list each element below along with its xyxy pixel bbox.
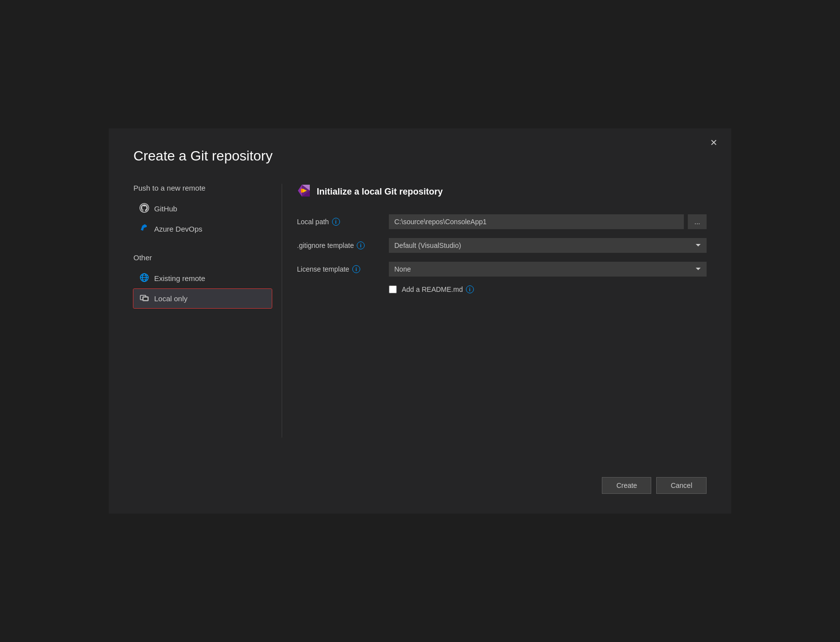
visual-studio-icon xyxy=(297,184,311,200)
gitignore-info-icon[interactable]: i xyxy=(357,241,365,249)
create-button[interactable]: Create xyxy=(602,477,651,494)
push-section-title: Push to a new remote xyxy=(133,184,272,192)
sidebar-item-github[interactable]: GitHub xyxy=(133,199,272,218)
readme-label[interactable]: Add a README.md i xyxy=(402,285,474,293)
local-path-row: Local path i ... xyxy=(297,214,707,229)
globe-icon xyxy=(139,273,149,284)
sidebar-item-azure-devops[interactable]: Azure DevOps xyxy=(133,219,272,239)
github-label: GitHub xyxy=(154,204,177,213)
license-control: None MIT Apache-2.0 xyxy=(389,262,707,277)
close-button[interactable]: ✕ xyxy=(706,136,721,149)
local-only-label: Local only xyxy=(154,294,188,303)
local-path-info-icon[interactable]: i xyxy=(332,218,340,226)
readme-checkbox[interactable] xyxy=(389,285,397,293)
other-section-title: Other xyxy=(133,253,272,262)
svg-rect-13 xyxy=(301,189,303,193)
license-info-icon[interactable]: i xyxy=(352,265,360,273)
content-panel: Initialize a local Git repository Local … xyxy=(282,184,707,438)
content-header: Initialize a local Git repository xyxy=(297,184,707,200)
gitignore-control: Default (VisualStudio) None Custom xyxy=(389,238,707,253)
sidebar-item-existing-remote[interactable]: Existing remote xyxy=(133,269,272,288)
create-git-repository-dialog: ✕ Create a Git repository Push to a new … xyxy=(109,128,731,514)
local-path-control: ... xyxy=(389,214,707,229)
sidebar-item-local-only[interactable]: Local only xyxy=(133,289,272,308)
local-path-input[interactable] xyxy=(389,214,684,229)
github-icon xyxy=(139,203,149,214)
local-icon xyxy=(139,293,149,304)
push-section: Push to a new remote GitHub xyxy=(133,184,272,239)
readme-row: Add a README.md i xyxy=(389,285,707,293)
dialog-footer: Create Cancel xyxy=(133,467,707,494)
sidebar: Push to a new remote GitHub xyxy=(133,184,282,438)
dialog-body: Push to a new remote GitHub xyxy=(133,184,707,438)
gitignore-label: .gitignore template i xyxy=(297,241,381,249)
content-title: Initialize a local Git repository xyxy=(317,187,443,197)
azure-icon xyxy=(139,223,149,235)
browse-button[interactable]: ... xyxy=(688,214,707,229)
license-row: License template i None MIT Apache-2.0 xyxy=(297,262,707,277)
azure-devops-label: Azure DevOps xyxy=(154,225,203,233)
gitignore-row: .gitignore template i Default (VisualStu… xyxy=(297,238,707,253)
other-section: Other Existing remote xyxy=(133,253,272,308)
readme-info-icon[interactable]: i xyxy=(466,285,474,293)
license-select[interactable]: None MIT Apache-2.0 xyxy=(389,262,707,277)
dialog-title: Create a Git repository xyxy=(133,148,707,164)
cancel-button[interactable]: Cancel xyxy=(656,477,707,494)
existing-remote-label: Existing remote xyxy=(154,274,205,282)
license-label: License template i xyxy=(297,265,381,273)
gitignore-select[interactable]: Default (VisualStudio) None Custom xyxy=(389,238,707,253)
local-path-label: Local path i xyxy=(297,218,381,226)
